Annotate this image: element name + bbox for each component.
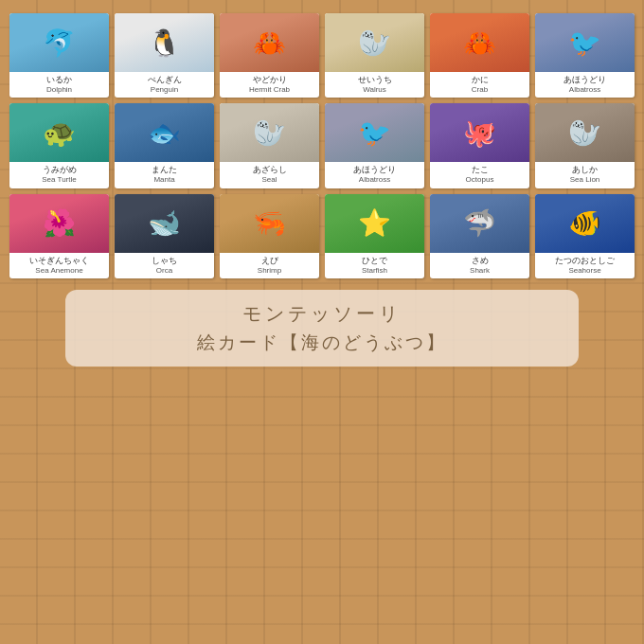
card-en: Octopus <box>432 175 528 185</box>
card-image: 🐬 <box>9 13 109 72</box>
animal-card: 🐬いるかDolphin <box>9 13 109 98</box>
animal-card: 🦭あざらしSeal <box>220 103 319 188</box>
animal-card: 🐦あほうどりAlbatross <box>325 103 424 188</box>
card-jp: ぺんぎん <box>116 75 212 85</box>
card-label: えびShrimp <box>220 253 319 278</box>
card-label: ひとでStarfish <box>325 253 424 278</box>
title-box: モンテッソーリ 絵カード【海のどうぶつ】 <box>65 290 578 367</box>
card-image: 🦭 <box>220 103 319 162</box>
card-label: あほうどりAlbatross <box>535 72 635 98</box>
card-image: 🐙 <box>430 103 529 162</box>
animal-card: 🐙たこOctopus <box>430 103 529 188</box>
card-label: たこOctopus <box>430 162 529 188</box>
card-label: せいうちWalrus <box>325 72 424 98</box>
card-en: Manta <box>116 175 212 185</box>
card-en: Sea Anemone <box>11 266 107 276</box>
card-jp: まんた <box>116 165 212 175</box>
animal-card: 🦭せいうちWalrus <box>325 13 424 98</box>
card-jp: たつのおとしご <box>537 256 633 266</box>
card-en: Orca <box>116 266 212 276</box>
animal-card: 🦈さめShark <box>430 194 529 278</box>
card-image: 🦀 <box>430 13 529 72</box>
animal-card: 🐢うみがめSea Turtle <box>9 103 109 188</box>
card-jp: あほうどり <box>537 75 633 85</box>
card-jp: あほうどり <box>327 165 422 175</box>
card-jp: たこ <box>432 165 528 175</box>
card-en: Albatross <box>327 175 422 185</box>
animal-card: 🐧ぺんぎんPenguin <box>115 13 214 98</box>
card-image: 🦀 <box>220 13 319 72</box>
card-label: やどかりHermit Crab <box>220 72 319 98</box>
card-label: あしかSea Lion <box>535 162 635 188</box>
card-jp: かに <box>432 75 528 85</box>
card-en: Sea Turtle <box>11 175 107 185</box>
card-image: 🐧 <box>115 13 214 72</box>
card-image: 🐦 <box>325 103 424 162</box>
card-jp: うみがめ <box>11 165 107 175</box>
card-label: さめShark <box>430 253 529 278</box>
card-jp: えび <box>222 256 317 266</box>
animal-card: 🐟まんたManta <box>115 103 214 188</box>
card-image: ⭐ <box>325 194 424 253</box>
card-image: 🦭 <box>325 13 424 72</box>
card-label: あざらしSeal <box>220 162 319 188</box>
animal-card: 🐠たつのおとしごSeahorse <box>535 194 635 278</box>
title-line1: モンテッソーリ <box>94 301 549 327</box>
card-label: いそぎんちゃくSea Anemone <box>9 253 109 278</box>
card-label: しゃちOrca <box>115 253 214 278</box>
card-jp: あしか <box>537 165 633 175</box>
card-en: Seahorse <box>537 266 633 276</box>
card-label: うみがめSea Turtle <box>9 162 109 188</box>
card-en: Dolphin <box>11 85 107 95</box>
card-label: かにCrab <box>430 72 529 98</box>
animal-card: 🐋しゃちOrca <box>115 194 214 278</box>
card-en: Walrus <box>327 85 422 95</box>
card-image: 🐟 <box>115 103 214 162</box>
card-grid: 🐬いるかDolphin🐧ぺんぎんPenguin🦀やどかりHermit Crab🦭… <box>9 13 635 278</box>
card-image: 🦭 <box>535 103 635 162</box>
card-en: Shrimp <box>222 266 317 276</box>
card-en: Starfish <box>327 266 422 276</box>
animal-card: 🦐えびShrimp <box>220 194 319 278</box>
card-image: 🦐 <box>220 194 319 253</box>
card-label: まんたManta <box>115 162 214 188</box>
card-jp: やどかり <box>222 75 317 85</box>
card-label: ぺんぎんPenguin <box>115 72 214 98</box>
card-jp: いそぎんちゃく <box>11 256 107 266</box>
card-en: Shark <box>432 266 528 276</box>
card-en: Albatross <box>537 85 633 95</box>
card-en: Seal <box>222 175 317 185</box>
card-image: 🐦 <box>535 13 635 72</box>
animal-card: 🦀かにCrab <box>430 13 529 98</box>
card-jp: あざらし <box>222 165 317 175</box>
animal-card: 🦭あしかSea Lion <box>535 103 635 188</box>
card-jp: さめ <box>432 256 528 266</box>
card-jp: しゃち <box>116 256 212 266</box>
title-line2: 絵カード【海のどうぶつ】 <box>94 331 549 355</box>
card-en: Penguin <box>116 85 212 95</box>
card-label: いるかDolphin <box>9 72 109 98</box>
card-image: 🦈 <box>430 194 529 253</box>
animal-card: 🌺いそぎんちゃくSea Anemone <box>9 194 109 278</box>
card-en: Hermit Crab <box>222 85 317 95</box>
card-jp: いるか <box>11 75 107 85</box>
card-en: Sea Lion <box>537 175 633 185</box>
card-label: たつのおとしごSeahorse <box>535 253 635 278</box>
animal-card: 🐦あほうどりAlbatross <box>535 13 635 98</box>
card-image: 🐋 <box>115 194 214 253</box>
card-image: 🐠 <box>535 194 635 253</box>
animal-card: ⭐ひとでStarfish <box>325 194 424 278</box>
card-jp: せいうち <box>327 75 422 85</box>
card-image: 🐢 <box>9 103 109 162</box>
card-en: Crab <box>432 85 528 95</box>
card-jp: ひとで <box>327 256 422 266</box>
animal-card: 🦀やどかりHermit Crab <box>220 13 319 98</box>
card-label: あほうどりAlbatross <box>325 162 424 188</box>
card-image: 🌺 <box>9 194 109 253</box>
